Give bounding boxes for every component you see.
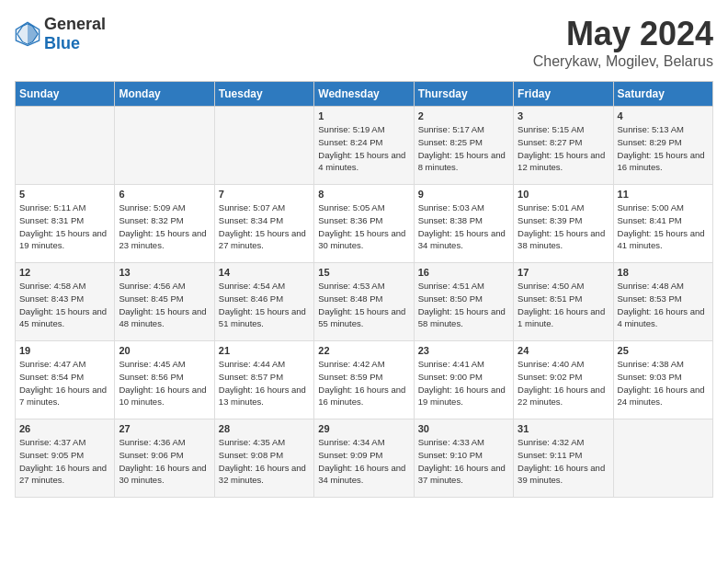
day-detail: Sunrise: 4:47 AM Sunset: 8:54 PM Dayligh… xyxy=(19,358,110,408)
day-number: 15 xyxy=(318,267,409,278)
day-number: 10 xyxy=(518,189,609,200)
day-number: 26 xyxy=(19,423,110,434)
day-detail: Sunrise: 5:07 AM Sunset: 8:34 PM Dayligh… xyxy=(219,201,310,252)
calendar-week-row: 26Sunrise: 4:37 AM Sunset: 9:05 PM Dayli… xyxy=(16,419,713,498)
day-detail: Sunrise: 4:50 AM Sunset: 8:51 PM Dayligh… xyxy=(518,280,609,330)
day-detail: Sunrise: 4:32 AM Sunset: 9:11 PM Dayligh… xyxy=(518,436,609,487)
day-detail: Sunrise: 5:00 AM Sunset: 8:41 PM Dayligh… xyxy=(618,201,709,252)
day-number: 20 xyxy=(119,345,210,356)
calendar-cell: 22Sunrise: 4:42 AM Sunset: 8:59 PM Dayli… xyxy=(314,341,414,419)
calendar-week-row: 12Sunrise: 4:58 AM Sunset: 8:43 PM Dayli… xyxy=(16,263,713,341)
day-number: 18 xyxy=(618,267,709,278)
calendar-cell: 23Sunrise: 4:41 AM Sunset: 9:00 PM Dayli… xyxy=(414,341,513,419)
calendar-cell: 26Sunrise: 4:37 AM Sunset: 9:05 PM Dayli… xyxy=(16,419,115,498)
day-number: 27 xyxy=(119,423,210,434)
day-detail: Sunrise: 4:51 AM Sunset: 8:50 PM Dayligh… xyxy=(418,280,509,330)
calendar-week-row: 5Sunrise: 5:11 AM Sunset: 8:31 PM Daylig… xyxy=(16,185,713,263)
calendar-cell: 11Sunrise: 5:00 AM Sunset: 8:41 PM Dayli… xyxy=(613,185,712,263)
calendar-cell: 3Sunrise: 5:15 AM Sunset: 8:27 PM Daylig… xyxy=(514,107,613,185)
calendar-cell: 8Sunrise: 5:05 AM Sunset: 8:36 PM Daylig… xyxy=(314,185,414,263)
logo-blue: Blue xyxy=(44,34,80,52)
day-detail: Sunrise: 5:09 AM Sunset: 8:32 PM Dayligh… xyxy=(119,201,210,252)
day-detail: Sunrise: 4:58 AM Sunset: 8:43 PM Dayligh… xyxy=(19,280,110,330)
col-header-tuesday: Tuesday xyxy=(214,82,313,107)
calendar-cell: 9Sunrise: 5:03 AM Sunset: 8:38 PM Daylig… xyxy=(414,185,513,263)
title-block: May 2024 Cherykaw, Mogilev, Belarus xyxy=(533,15,713,70)
day-number: 17 xyxy=(518,267,609,278)
calendar-cell: 13Sunrise: 4:56 AM Sunset: 8:45 PM Dayli… xyxy=(115,263,214,341)
calendar-cell: 17Sunrise: 4:50 AM Sunset: 8:51 PM Dayli… xyxy=(514,263,613,341)
day-detail: Sunrise: 5:17 AM Sunset: 8:25 PM Dayligh… xyxy=(418,123,509,174)
day-number: 2 xyxy=(418,110,509,121)
day-number: 23 xyxy=(418,345,509,356)
day-number: 7 xyxy=(219,189,310,200)
calendar-cell xyxy=(16,107,115,185)
calendar-cell: 27Sunrise: 4:36 AM Sunset: 9:06 PM Dayli… xyxy=(115,419,214,498)
day-number: 21 xyxy=(219,345,310,356)
calendar-table: SundayMondayTuesdayWednesdayThursdayFrid… xyxy=(15,81,713,498)
day-detail: Sunrise: 5:19 AM Sunset: 8:24 PM Dayligh… xyxy=(318,123,409,174)
day-number: 6 xyxy=(119,189,210,200)
calendar-cell xyxy=(214,107,313,185)
day-number: 13 xyxy=(119,267,210,278)
calendar-cell: 1Sunrise: 5:19 AM Sunset: 8:24 PM Daylig… xyxy=(314,107,414,185)
calendar-cell: 7Sunrise: 5:07 AM Sunset: 8:34 PM Daylig… xyxy=(214,185,313,263)
page-header: General Blue May 2024 Cherykaw, Mogilev,… xyxy=(15,15,713,70)
day-number: 29 xyxy=(318,423,409,434)
day-detail: Sunrise: 5:05 AM Sunset: 8:36 PM Dayligh… xyxy=(318,201,409,252)
day-detail: Sunrise: 4:33 AM Sunset: 9:10 PM Dayligh… xyxy=(418,436,509,487)
calendar-location: Cherykaw, Mogilev, Belarus xyxy=(533,53,713,70)
day-detail: Sunrise: 4:41 AM Sunset: 9:00 PM Dayligh… xyxy=(418,358,509,408)
calendar-cell: 24Sunrise: 4:40 AM Sunset: 9:02 PM Dayli… xyxy=(514,341,613,419)
col-header-wednesday: Wednesday xyxy=(314,82,414,107)
day-number: 24 xyxy=(518,345,609,356)
day-detail: Sunrise: 4:34 AM Sunset: 9:09 PM Dayligh… xyxy=(318,436,409,487)
calendar-cell: 6Sunrise: 5:09 AM Sunset: 8:32 PM Daylig… xyxy=(115,185,214,263)
calendar-title: May 2024 xyxy=(533,15,713,53)
day-number: 22 xyxy=(318,345,409,356)
day-number: 14 xyxy=(219,267,310,278)
col-header-saturday: Saturday xyxy=(613,82,712,107)
day-detail: Sunrise: 5:11 AM Sunset: 8:31 PM Dayligh… xyxy=(19,201,110,252)
day-detail: Sunrise: 4:53 AM Sunset: 8:48 PM Dayligh… xyxy=(318,280,409,330)
calendar-cell: 16Sunrise: 4:51 AM Sunset: 8:50 PM Dayli… xyxy=(414,263,513,341)
day-detail: Sunrise: 4:40 AM Sunset: 9:02 PM Dayligh… xyxy=(518,358,609,408)
calendar-cell: 25Sunrise: 4:38 AM Sunset: 9:03 PM Dayli… xyxy=(613,341,712,419)
calendar-cell: 12Sunrise: 4:58 AM Sunset: 8:43 PM Dayli… xyxy=(16,263,115,341)
calendar-cell: 10Sunrise: 5:01 AM Sunset: 8:39 PM Dayli… xyxy=(514,185,613,263)
day-detail: Sunrise: 4:36 AM Sunset: 9:06 PM Dayligh… xyxy=(119,436,210,487)
logo-text: General Blue xyxy=(44,15,106,53)
calendar-cell: 14Sunrise: 4:54 AM Sunset: 8:46 PM Dayli… xyxy=(214,263,313,341)
calendar-cell: 4Sunrise: 5:13 AM Sunset: 8:29 PM Daylig… xyxy=(613,107,712,185)
calendar-cell: 2Sunrise: 5:17 AM Sunset: 8:25 PM Daylig… xyxy=(414,107,513,185)
day-number: 19 xyxy=(19,345,110,356)
day-detail: Sunrise: 5:03 AM Sunset: 8:38 PM Dayligh… xyxy=(418,201,509,252)
day-detail: Sunrise: 5:13 AM Sunset: 8:29 PM Dayligh… xyxy=(618,123,709,174)
col-header-sunday: Sunday xyxy=(16,82,115,107)
calendar-cell: 21Sunrise: 4:44 AM Sunset: 8:57 PM Dayli… xyxy=(214,341,313,419)
day-detail: Sunrise: 4:44 AM Sunset: 8:57 PM Dayligh… xyxy=(219,358,310,408)
day-detail: Sunrise: 4:42 AM Sunset: 8:59 PM Dayligh… xyxy=(318,358,409,408)
calendar-cell: 20Sunrise: 4:45 AM Sunset: 8:56 PM Dayli… xyxy=(115,341,214,419)
day-number: 11 xyxy=(618,189,709,200)
calendar-cell: 18Sunrise: 4:48 AM Sunset: 8:53 PM Dayli… xyxy=(613,263,712,341)
day-number: 8 xyxy=(318,189,409,200)
calendar-cell: 5Sunrise: 5:11 AM Sunset: 8:31 PM Daylig… xyxy=(16,185,115,263)
day-number: 9 xyxy=(418,189,509,200)
calendar-cell: 29Sunrise: 4:34 AM Sunset: 9:09 PM Dayli… xyxy=(314,419,414,498)
day-detail: Sunrise: 4:56 AM Sunset: 8:45 PM Dayligh… xyxy=(119,280,210,330)
calendar-cell: 31Sunrise: 4:32 AM Sunset: 9:11 PM Dayli… xyxy=(514,419,613,498)
day-number: 25 xyxy=(618,345,709,356)
logo-icon xyxy=(15,21,40,47)
day-detail: Sunrise: 4:38 AM Sunset: 9:03 PM Dayligh… xyxy=(618,358,709,408)
day-detail: Sunrise: 4:48 AM Sunset: 8:53 PM Dayligh… xyxy=(618,280,709,330)
calendar-cell xyxy=(115,107,214,185)
day-number: 5 xyxy=(19,189,110,200)
day-detail: Sunrise: 5:15 AM Sunset: 8:27 PM Dayligh… xyxy=(518,123,609,174)
calendar-cell xyxy=(613,419,712,498)
col-header-monday: Monday xyxy=(115,82,214,107)
day-number: 16 xyxy=(418,267,509,278)
day-number: 1 xyxy=(318,110,409,121)
calendar-cell: 15Sunrise: 4:53 AM Sunset: 8:48 PM Dayli… xyxy=(314,263,414,341)
day-number: 12 xyxy=(19,267,110,278)
